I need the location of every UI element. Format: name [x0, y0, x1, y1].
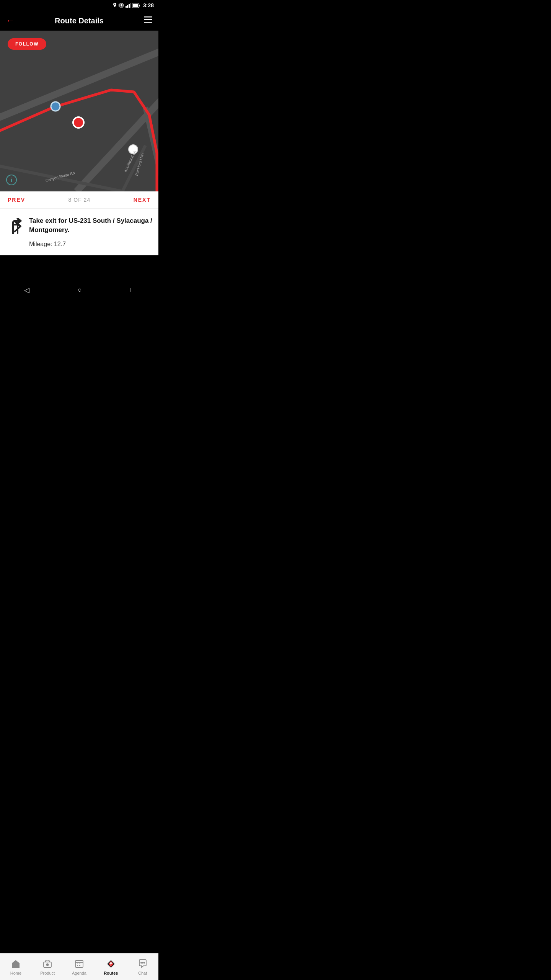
svg-rect-6 [129, 4, 130, 8]
page-title: Route Details [55, 16, 104, 25]
android-nav-bar: ◁ ○ □ [0, 282, 158, 298]
step-counter: 8 OF 24 [68, 197, 91, 203]
android-recent-button[interactable]: □ [130, 286, 134, 294]
direction-mileage: Mileage: 12.7 [29, 241, 152, 248]
status-bar: 3:28 [0, 0, 158, 11]
svg-rect-7 [130, 3, 131, 8]
map-view: Old Rockford Rd Rocky Ridge Rd Rockford … [0, 31, 158, 191]
back-button[interactable]: ← [6, 16, 15, 26]
android-home-button[interactable]: ○ [78, 286, 82, 294]
info-button[interactable]: i [6, 175, 17, 185]
svg-rect-1 [121, 4, 122, 7]
svg-line-15 [77, 88, 158, 191]
menu-button[interactable] [144, 16, 152, 25]
svg-point-20 [73, 117, 84, 128]
signal-icon [126, 3, 131, 8]
app-header: ← Route Details [0, 11, 158, 31]
next-button[interactable]: NEXT [134, 197, 151, 203]
svg-rect-3 [123, 4, 124, 7]
direction-section: Take exit for US-231 South / Sylacauga /… [0, 209, 158, 255]
status-icons: 3:28 [112, 2, 154, 8]
svg-line-14 [0, 50, 158, 119]
vibrate-icon [119, 3, 124, 8]
turn-icon [6, 218, 23, 240]
svg-rect-13 [144, 22, 152, 23]
step-navigation: PREV 8 OF 24 NEXT [0, 191, 158, 209]
svg-rect-10 [139, 5, 140, 7]
location-icon [112, 3, 117, 8]
battery-icon [132, 3, 140, 8]
svg-rect-4 [126, 6, 127, 8]
status-time: 3:28 [143, 2, 154, 8]
svg-rect-11 [144, 16, 152, 18]
android-back-button[interactable]: ◁ [24, 286, 29, 294]
svg-rect-12 [144, 19, 152, 20]
direction-instruction: Take exit for US-231 South / Sylacauga /… [29, 216, 152, 235]
svg-rect-2 [119, 4, 119, 7]
map-svg: Old Rockford Rd Rocky Ridge Rd Rockford … [0, 31, 158, 191]
prev-button[interactable]: PREV [8, 197, 25, 203]
direction-text: Take exit for US-231 South / Sylacauga /… [29, 216, 152, 248]
svg-point-19 [51, 102, 60, 111]
svg-rect-5 [127, 5, 128, 8]
svg-rect-9 [133, 4, 138, 7]
follow-button[interactable]: FOLLOW [8, 38, 46, 50]
